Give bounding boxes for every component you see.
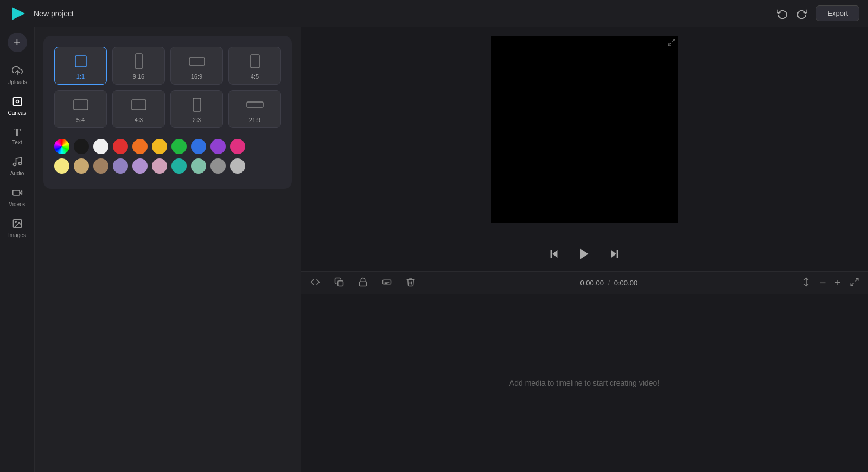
sidebar-item-label-images: Images (8, 232, 26, 238)
swatch-purple[interactable] (210, 139, 226, 154)
swatch-light-pink[interactable] (152, 158, 167, 174)
ratio-btn-2:3[interactable]: 2:3 (170, 90, 223, 128)
ratio-label-5:4: 5:4 (76, 117, 85, 123)
svg-rect-24 (617, 250, 618, 258)
timeline-time: 0:00.00 / 0:00.00 (426, 279, 792, 287)
swatch-sage[interactable] (191, 158, 206, 174)
preview-canvas (491, 36, 678, 223)
ratio-label-21:9: 21:9 (249, 117, 260, 123)
ratio-label-2:3: 2:3 (193, 117, 201, 123)
svg-point-9 (15, 221, 16, 223)
sidebar-item-label-text: Text (12, 139, 22, 145)
ratio-label-4:3: 4:3 (135, 117, 143, 123)
upload-icon (12, 65, 23, 78)
rewind-button[interactable] (546, 246, 562, 262)
forward-button[interactable] (607, 246, 623, 262)
redo-button[interactable] (792, 5, 812, 22)
svg-line-32 (851, 283, 853, 285)
swatch-brown[interactable] (93, 158, 108, 174)
ratio-label-9:16: 9:16 (133, 73, 144, 80)
svg-rect-26 (359, 282, 367, 286)
sidebar: + Uploads Canvas T Text (0, 27, 35, 472)
export-button[interactable]: Export (816, 5, 859, 21)
zoom-out-button[interactable]: − (818, 275, 828, 291)
sidebar-item-label-uploads: Uploads (7, 79, 27, 85)
swatch-blue[interactable] (191, 139, 206, 154)
ratio-grid: 1:1 9:16 16:9 4:5 5:4 4:3 2:3 21:9 (54, 47, 281, 128)
timeline-tool-code[interactable] (307, 275, 323, 291)
svg-rect-21 (551, 250, 552, 258)
sidebar-item-canvas[interactable]: Canvas (3, 92, 32, 120)
app-logo (9, 4, 27, 23)
sidebar-item-label-canvas: Canvas (8, 110, 27, 116)
zoom-in-button[interactable]: + (832, 275, 843, 291)
ratio-btn-5:4[interactable]: 5:4 (54, 90, 107, 128)
timeline-bar: 0:00.00 / 0:00.00 − + (301, 271, 868, 294)
total-time: 0:00.00 (614, 279, 637, 287)
swatch-tan[interactable] (74, 158, 89, 174)
sidebar-item-audio[interactable]: Audio (3, 152, 32, 181)
svg-line-18 (672, 39, 675, 42)
timeline-tool-caption[interactable] (379, 275, 395, 291)
project-title: New project (34, 9, 74, 18)
swatch-light-purple[interactable] (132, 158, 148, 174)
split-button[interactable] (799, 275, 813, 291)
swatch-rainbow[interactable] (54, 139, 69, 154)
svg-marker-0 (12, 7, 25, 20)
topbar: New project Export (0, 0, 868, 27)
fullscreen-button[interactable] (667, 38, 676, 48)
ratio-icon-2:3 (188, 96, 206, 113)
sidebar-item-uploads[interactable]: Uploads (3, 61, 32, 90)
svg-line-31 (856, 278, 858, 281)
swatch-gray[interactable] (210, 158, 226, 174)
preview-right: 0:00.00 / 0:00.00 − + (301, 27, 868, 472)
swatch-green[interactable] (171, 139, 187, 154)
sidebar-item-label-videos: Videos (9, 201, 25, 207)
swatch-teal[interactable] (171, 158, 187, 174)
sidebar-item-videos[interactable]: Videos (3, 183, 32, 212)
images-icon (12, 218, 23, 231)
svg-rect-14 (74, 100, 88, 110)
swatch-light-gray[interactable] (230, 158, 245, 174)
panel-area: 1:1 9:16 16:9 4:5 5:4 4:3 2:3 21:9 (35, 27, 301, 472)
svg-rect-6 (12, 190, 20, 195)
ratio-btn-21:9[interactable]: 21:9 (228, 90, 281, 128)
swatch-yellow[interactable] (152, 139, 167, 154)
swatch-white[interactable] (93, 139, 108, 154)
svg-point-5 (18, 162, 21, 165)
swatch-light-yellow[interactable] (54, 158, 69, 174)
ratio-btn-9:16[interactable]: 9:16 (112, 47, 165, 85)
swatch-lavender[interactable] (113, 158, 128, 174)
ratio-btn-4:5[interactable]: 4:5 (228, 47, 281, 85)
fit-button[interactable] (847, 275, 861, 291)
ratio-btn-16:9[interactable]: 16:9 (170, 47, 223, 85)
undo-button[interactable] (773, 5, 792, 22)
swatch-pink[interactable] (230, 139, 245, 154)
timeline-tool-delete[interactable] (403, 275, 419, 291)
sidebar-item-images[interactable]: Images (3, 214, 32, 243)
play-button[interactable] (575, 245, 593, 263)
timeline-tool-copy[interactable] (331, 275, 347, 291)
sidebar-item-text[interactable]: T Text (3, 123, 32, 150)
svg-rect-17 (247, 102, 263, 107)
add-button[interactable]: + (8, 33, 27, 52)
swatch-orange[interactable] (132, 139, 148, 154)
videos-icon (12, 187, 23, 200)
color-row-1 (54, 139, 281, 154)
svg-marker-20 (552, 250, 557, 258)
ratio-label-4:5: 4:5 (251, 73, 259, 80)
svg-line-19 (668, 43, 671, 46)
svg-rect-12 (189, 58, 205, 65)
main-area: + Uploads Canvas T Text (0, 27, 868, 472)
svg-rect-25 (338, 280, 343, 286)
svg-rect-13 (251, 55, 259, 68)
preview-main (301, 27, 868, 271)
swatch-black[interactable] (74, 139, 89, 154)
ratio-btn-4:3[interactable]: 4:3 (112, 90, 165, 128)
swatch-red[interactable] (113, 139, 128, 154)
ratio-icon-9:16 (130, 53, 148, 70)
svg-point-3 (16, 100, 18, 103)
ratio-label-16:9: 16:9 (191, 73, 202, 80)
ratio-btn-1:1[interactable]: 1:1 (54, 47, 107, 85)
timeline-tool-lock[interactable] (355, 275, 371, 291)
